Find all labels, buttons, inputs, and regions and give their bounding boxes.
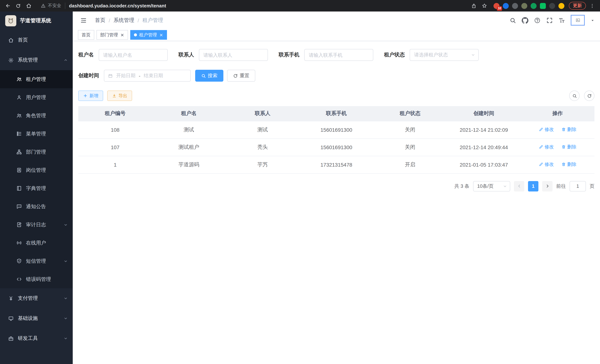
- github-icon[interactable]: [522, 17, 528, 24]
- user-icon: [16, 95, 22, 100]
- sidebar-item-home[interactable]: 首页: [0, 30, 73, 50]
- date-range-picker[interactable]: 开始日期 - 结束日期: [104, 70, 191, 82]
- sidebar-item-pay[interactable]: 支付管理: [0, 288, 73, 308]
- address-bar[interactable]: 不安全 dashboard.yudao.iocoder.cn/system/te…: [36, 1, 466, 10]
- cell-phone: 17321315478: [300, 156, 373, 173]
- browser-menu-button[interactable]: [587, 1, 597, 10]
- sidebar-item-user[interactable]: 用户管理: [0, 88, 73, 106]
- sidebar-item-audit-log[interactable]: 审计日志: [0, 215, 73, 234]
- export-button[interactable]: 导出: [107, 91, 132, 101]
- browser-back-button[interactable]: [3, 1, 13, 10]
- reset-button[interactable]: 重置: [227, 70, 255, 82]
- breadcrumb-item[interactable]: 系统管理: [113, 17, 134, 24]
- delete-link[interactable]: 删除: [561, 144, 576, 150]
- url-text[interactable]: dashboard.yudao.iocoder.cn/system/tenant: [69, 3, 166, 8]
- monitor-icon: [8, 316, 14, 321]
- sidebar-item-infra[interactable]: 基础设施: [0, 308, 73, 328]
- fullscreen-icon[interactable]: [546, 17, 553, 24]
- goto-page-input[interactable]: [570, 181, 586, 191]
- status-select[interactable]: 请选择租户状态: [410, 49, 479, 61]
- next-page-button[interactable]: [542, 181, 553, 191]
- browser-home-button[interactable]: [24, 1, 33, 10]
- delete-link[interactable]: 删除: [561, 161, 576, 168]
- tab-dept[interactable]: 部门管理: [96, 30, 128, 40]
- column-header-actions: 操作: [521, 106, 594, 121]
- tab-home[interactable]: 首页: [78, 30, 94, 40]
- pencil-icon: [539, 162, 543, 167]
- edit-link[interactable]: 修改: [539, 127, 554, 133]
- sidebar-item-online-user[interactable]: 在线用户: [0, 234, 73, 252]
- chevron-down-icon: [64, 259, 68, 263]
- sidebar-item-system[interactable]: 系统管理: [0, 50, 73, 70]
- refresh-icon: [233, 73, 238, 78]
- extension-icon[interactable]: [521, 3, 527, 9]
- delete-link[interactable]: 删除: [561, 127, 576, 133]
- edit-link[interactable]: 修改: [539, 161, 554, 168]
- extension-icon[interactable]: [512, 3, 518, 9]
- sidebar-item-sms[interactable]: 短信管理: [0, 252, 73, 270]
- security-chip[interactable]: 不安全: [41, 3, 65, 9]
- message-icon: [16, 204, 22, 209]
- extension-icon[interactable]: [540, 3, 546, 9]
- extension-icon[interactable]: [558, 3, 564, 9]
- avatar-dropdown-caret-icon[interactable]: [590, 18, 595, 22]
- extension-icon[interactable]: [503, 3, 509, 9]
- sidebar-item-error-code[interactable]: 错误码管理: [0, 270, 73, 288]
- page-size-select[interactable]: 10条/页: [473, 181, 510, 191]
- font-size-icon[interactable]: [558, 17, 565, 24]
- phone-input[interactable]: [304, 49, 373, 61]
- sidebar-collapse-button[interactable]: [78, 15, 89, 26]
- extension-icon[interactable]: 10: [494, 3, 499, 9]
- sidebar-item-notice[interactable]: 通知公告: [0, 197, 73, 215]
- breadcrumb-separator: /: [138, 17, 139, 23]
- toggle-search-button[interactable]: [569, 91, 580, 101]
- sidebar-item-tenant[interactable]: 租户管理: [0, 70, 73, 88]
- pencil-icon: [539, 145, 543, 149]
- tab-tenant-active[interactable]: 租户管理: [130, 30, 167, 40]
- extension-badge: 10: [497, 6, 502, 10]
- tenant-name-input[interactable]: [99, 49, 168, 61]
- sidebar-item-menu[interactable]: 菜单管理: [0, 125, 73, 143]
- close-icon[interactable]: [159, 33, 163, 37]
- chrome-update-button[interactable]: 更新: [569, 2, 586, 10]
- page-number-current[interactable]: 1: [528, 181, 538, 191]
- extension-icon[interactable]: [549, 3, 555, 9]
- help-icon[interactable]: [534, 17, 541, 24]
- edit-link[interactable]: 修改: [539, 144, 554, 150]
- search-icon[interactable]: [509, 17, 516, 24]
- search-button[interactable]: 搜索: [195, 70, 223, 82]
- table-row[interactable]: 1 芋道源码 芋艿 17321315478 开启 2021-01-05 17:0…: [78, 156, 594, 173]
- table-row[interactable]: 108 测试 测试 15601691300 关闭 2021-12-14 21:0…: [78, 121, 594, 138]
- cell-phone: 15601691300: [300, 121, 373, 138]
- active-tab-dot: [134, 33, 137, 36]
- table-row[interactable]: 107 测试租户 秃头 15601691300 关闭 2021-12-14 20…: [78, 138, 594, 156]
- browser-reload-button[interactable]: [13, 1, 23, 10]
- sidebar-item-label: 字典管理: [26, 185, 46, 192]
- bookmark-button[interactable]: [479, 1, 489, 10]
- refresh-table-button[interactable]: [584, 91, 594, 101]
- close-icon[interactable]: [120, 33, 124, 37]
- filter-form-row-1: 租户名 联系人 联系手机 租户状态 请选择租户状态: [78, 49, 594, 61]
- breadcrumb-item[interactable]: 首页: [95, 17, 105, 24]
- users-icon: [16, 113, 22, 118]
- update-label: 更新: [573, 3, 582, 9]
- extension-icon[interactable]: [531, 3, 536, 9]
- chevron-down-icon: [471, 53, 475, 57]
- contact-input[interactable]: [199, 49, 268, 61]
- sidebar-item-dev-tools[interactable]: 研发工具: [0, 328, 73, 348]
- sidebar-item-label: 租户管理: [26, 76, 46, 83]
- image-placeholder-icon: [575, 18, 580, 23]
- share-button[interactable]: [469, 1, 479, 10]
- add-button[interactable]: 新增: [78, 91, 103, 101]
- sidebar-item-role[interactable]: 角色管理: [0, 106, 73, 125]
- cell-status: 开启: [373, 156, 447, 173]
- app-logo[interactable]: 芋道管理系统: [0, 11, 73, 30]
- sidebar-item-dept[interactable]: 部门管理: [0, 143, 73, 161]
- cell-created: 2021-01-05 17:03:47: [447, 156, 521, 173]
- extensions-area: 10: [494, 3, 564, 9]
- prev-page-button[interactable]: [514, 181, 524, 191]
- sidebar-item-dict[interactable]: 字典管理: [0, 179, 73, 197]
- sidebar-item-post[interactable]: 岗位管理: [0, 161, 73, 179]
- book-icon: [16, 186, 22, 191]
- user-avatar[interactable]: [571, 15, 585, 26]
